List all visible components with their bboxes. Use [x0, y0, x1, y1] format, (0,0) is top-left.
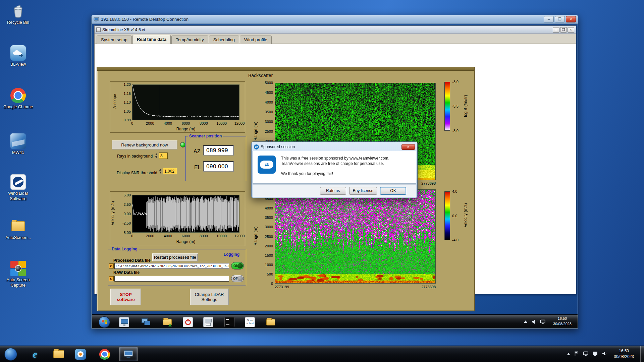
scan-sched-icon[interactable]: Scan sched — [245, 317, 255, 327]
command-prompt-icon[interactable] — [224, 317, 234, 327]
export-icon[interactable] — [203, 317, 213, 327]
tick-label: 500 — [267, 272, 273, 276]
desktop-icon-label: AutoScreen... — [2, 235, 34, 241]
display-tray-icon[interactable] — [592, 351, 598, 358]
renew-background-button[interactable]: Renew background now — [112, 140, 177, 149]
processed-path-field[interactable]: C:\Lidar\Data\Proc\2023\202308\20230830\… — [114, 263, 229, 269]
tick-label: 2500 — [265, 129, 273, 133]
rays-value-field[interactable]: 8 — [159, 153, 168, 159]
az-value-field[interactable]: 089.999 — [203, 145, 234, 156]
flag-icon[interactable] — [574, 351, 579, 358]
change-line2: Settings — [202, 297, 217, 302]
desktop-icon-label: Auto Screen Capture — [2, 278, 34, 288]
tray-arrow-icon[interactable] — [567, 353, 570, 355]
change-lidar-settings-button[interactable]: Change LiDAR Settings — [190, 289, 229, 305]
dialog-line-3: We thank you for playing fair! — [281, 171, 413, 176]
folder-up-icon[interactable] — [162, 317, 172, 327]
desktop-icon-google-chrome[interactable]: Google Chrome — [2, 88, 34, 110]
rdp-minimize-button[interactable]: – — [544, 16, 554, 22]
rdp-close-button[interactable]: × — [566, 16, 576, 22]
desktop-icon-label: Recycle Bin — [2, 20, 34, 25]
power-off-icon[interactable] — [183, 317, 193, 327]
taskbar-chrome-icon[interactable] — [97, 347, 113, 361]
chrome-icon — [10, 88, 26, 103]
remote-folder-icon[interactable] — [266, 317, 276, 327]
tick-label: 2500 — [265, 235, 273, 239]
processed-logging-toggle[interactable]: ON — [231, 262, 244, 269]
remote-start-orb[interactable] — [99, 316, 110, 328]
tick-label: 1.05 — [124, 109, 131, 113]
app-close-button[interactable]: × — [568, 27, 574, 33]
tick-label: 6000 — [182, 121, 190, 125]
rate-us-button[interactable]: Rate us — [320, 187, 346, 195]
stop-line1: STOP — [120, 292, 131, 297]
start-button[interactable] — [2, 347, 19, 361]
taskbar-media-player-icon[interactable] — [72, 347, 89, 361]
velocity-x-label: Range (m) — [132, 239, 239, 244]
buy-license-button[interactable]: Buy license — [349, 187, 377, 195]
remote-tray-arrow-icon[interactable] — [524, 320, 527, 323]
backscatter-x-end: 2773698 — [419, 181, 436, 185]
stop-software-button[interactable]: STOP software — [110, 289, 141, 305]
taskbar-file-explorer-icon[interactable] — [51, 347, 67, 361]
tick-label: 4.0 — [452, 189, 457, 193]
dialog-titlebar[interactable]: ⇄ Sponsored session × — [253, 143, 416, 151]
remote-volume-icon[interactable] — [531, 319, 537, 326]
velocity-y-axis: 5.002.500.00-2.50-5.00 — [115, 195, 131, 233]
tab-system-setup[interactable]: System setup — [97, 36, 132, 44]
tick-label: 1.20 — [124, 82, 131, 86]
desktop-icon-wind-lidar[interactable]: Wind Lidar Software — [2, 174, 34, 201]
tick-label: 4000 — [265, 100, 273, 104]
app-restore-button[interactable]: ❒ — [560, 27, 567, 33]
show-desktop-button[interactable] — [640, 346, 644, 362]
app-titlebar[interactable]: StreamLine XR v14-6.vi – ❒ × — [95, 26, 576, 34]
desktop-icon-mw41[interactable]: MW41 — [2, 133, 34, 156]
desktop-icon-recycle-bin[interactable]: Recycle Bin — [2, 3, 34, 25]
snr-value-field[interactable]: 1.002 — [163, 168, 177, 174]
raw-path-field[interactable] — [114, 276, 229, 282]
snr-spinner[interactable] — [159, 168, 162, 174]
desktop-icon-bl-view[interactable]: BL-View — [2, 45, 34, 67]
raw-logging-toggle[interactable]: OFF — [231, 275, 244, 282]
remote-display-icon[interactable] — [540, 319, 545, 326]
velocity-colorbar-ticks: 4.00.0-4.0 — [451, 191, 462, 240]
remote-clock[interactable]: 16:50 30/08/2023 — [553, 316, 572, 327]
tab-wind-profile[interactable]: Wind profile — [240, 36, 272, 44]
el-value-field[interactable]: 090.000 — [203, 161, 234, 172]
velocity-plot — [132, 195, 239, 233]
a-scope-canvas — [132, 85, 239, 120]
volume-icon[interactable] — [602, 351, 607, 358]
remote-clock-date: 30/08/2023 — [553, 321, 572, 327]
rays-spinner[interactable] — [155, 153, 158, 159]
tick-label: 6000 — [182, 234, 190, 238]
tick-label: 3000 — [265, 120, 273, 124]
app-minimize-button[interactable]: – — [553, 27, 559, 33]
tab-temp-humidity[interactable]: Temp/humidity — [171, 36, 208, 44]
taskbar-internet-explorer-icon[interactable]: e — [27, 347, 43, 361]
processed-path-drive-icon[interactable]: C — [109, 263, 114, 268]
tab-scheduling[interactable]: Scheduling — [209, 36, 239, 44]
desktop-icon-autoscreen[interactable]: AutoScreen... — [2, 219, 34, 241]
scanner-position-title: Scanner position — [188, 134, 223, 138]
raw-path-drive-icon[interactable]: C — [109, 276, 114, 281]
taskbar-clock[interactable]: 16:50 30/08/2023 — [609, 348, 639, 360]
tick-label: 1.15 — [124, 92, 131, 96]
tick-label: -2.50 — [122, 221, 131, 225]
scan-sched-label: Scan sched — [245, 319, 255, 325]
ok-button[interactable]: OK — [380, 187, 406, 195]
dual-display-icon[interactable] — [141, 317, 151, 327]
data-logging-title: Data Logging — [111, 247, 139, 251]
velocity-heatmap-y-label: Range (m) — [253, 213, 258, 259]
rdp-tray-icon[interactable] — [583, 351, 588, 358]
dialog-close-button[interactable]: × — [401, 144, 415, 150]
rdp-titlebar[interactable]: 192.168.0.150 - Remote Desktop Connectio… — [92, 15, 578, 24]
remote-viewer-icon[interactable] — [119, 317, 129, 327]
dialog-title: Sponsored session — [261, 144, 295, 149]
tick-label: -5.00 — [122, 231, 131, 235]
velocity-colorbar — [444, 191, 450, 240]
taskbar-remote-desktop-button[interactable] — [119, 347, 138, 361]
desktop-icon-auto-screen-capture[interactable]: Auto Screen Capture — [2, 261, 34, 288]
rdp-maximize-button[interactable]: ❒ — [555, 16, 565, 22]
restart-processed-file-button[interactable]: Restart processed file — [152, 253, 198, 261]
tab-real-time-data[interactable]: Real time data — [132, 35, 171, 44]
